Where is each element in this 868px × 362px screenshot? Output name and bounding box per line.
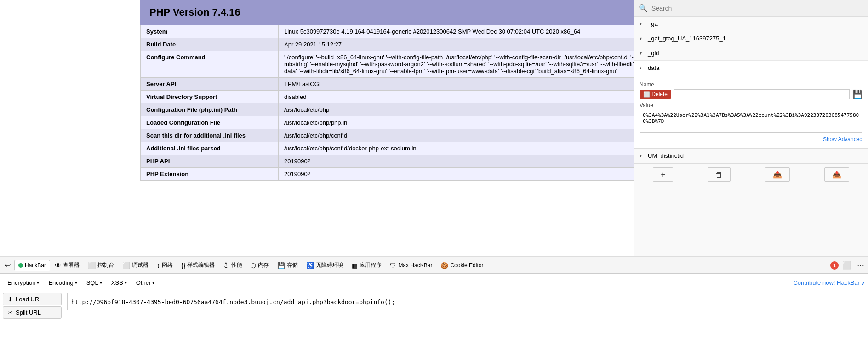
delete-cookie-button[interactable]: 🗑 [708,167,731,182]
cookie-item-name: _ga [648,20,658,27]
search-icon: 🔍 [639,4,648,12]
chevron-down-icon: ▾ [640,36,645,41]
chevron-down-icon: ▾ [75,280,77,285]
hackbar-area: Encryption▾Encoding▾SQL▾XSS▾Other▾Contri… [0,274,868,323]
tab-应用程序[interactable]: ▦应用程序 [348,259,385,271]
alert-badge[interactable]: 1 [830,261,839,270]
save-icon[interactable]: 💾 [852,89,862,99]
split-url-button[interactable]: ✂ Split URL [3,306,62,319]
url-input[interactable] [67,293,865,310]
chevron-down-icon: ▾ [640,153,645,158]
cookie-item-um[interactable]: ▾UM_distinctid [634,149,868,163]
tab-icon-5: ↕ [157,262,160,269]
row-label: PHP Extension [141,168,279,181]
tab-label-4: 调试器 [132,261,148,269]
menu-label: Encoding [48,279,73,286]
tab-label-8: 内存 [258,261,269,269]
tab-网络[interactable]: ↕网络 [153,259,177,271]
hackbar-menu-row: Encryption▾Encoding▾SQL▾XSS▾Other▾Contri… [0,276,868,290]
tab-icon-3: ⬜ [88,262,96,269]
tab-max-hackbar[interactable]: 🛡Max HacKBar [386,260,436,271]
chevron-down-icon: ▾ [125,280,127,285]
tab-查看器[interactable]: 👁查看器 [51,259,83,271]
cookie-item-_gat_gtag_UA_116397275_1[interactable]: ▾_gat_gtag_UA_116397275_1 [634,31,868,46]
menu-xss[interactable]: XSS▾ [108,278,131,287]
hackbar-active-dot [18,263,23,268]
cookie-name-input[interactable] [674,89,850,99]
url-input-area [64,292,868,320]
cookie-item-name: UM_distinctid [648,152,684,159]
tab-label-1: HackBar [25,262,46,269]
right-icon-btn-0[interactable]: ⬜ [840,260,853,270]
tab-icon-9: 💾 [277,262,285,269]
row-label: Virtual Directory Support [141,91,279,103]
load-url-button[interactable]: ⬇ Load URL [3,293,62,305]
url-button-group: ⬇ Load URL ✂ Split URL [0,292,64,320]
cookie-editor-panel: 🔍 ▾_ga▾_gat_gtag_UA_116397275_1▾_gid▴dat… [634,0,868,256]
tab-样式编辑器[interactable]: {}样式编辑器 [177,259,218,271]
cookie-item-name: _gat_gtag_UA_116397275_1 [648,35,726,42]
tab-调试器[interactable]: ⬜调试器 [119,259,152,271]
php-version-title: PHP Version 7.4.16 [149,6,240,18]
tab-存储[interactable]: 💾存储 [274,259,302,271]
tab-hackbar[interactable]: HackBar [14,260,50,271]
name-label: Name [640,81,862,88]
right-icon-btn-1[interactable]: ⋯ [855,260,866,270]
cookie-item-_gid[interactable]: ▾_gid [634,46,868,61]
chevron-down-icon: ▾ [640,21,645,26]
tab-label-6: 样式编辑器 [187,261,215,269]
tab-icon-13: 🍪 [440,262,448,269]
cookie-item-name: _gid [648,50,659,57]
menu-label: SQL [86,279,98,286]
tab-icon-6: {} [181,262,185,269]
row-label: System [141,25,279,38]
tab-cookie-editor[interactable]: 🍪Cookie Editor [437,260,487,271]
menu-label: Other [136,279,151,286]
cookie-search-bar: 🔍 [634,0,868,17]
chevron-down-icon: ▾ [152,280,154,285]
back-button[interactable]: ↩ [2,259,13,271]
chevron-down-icon: ▾ [100,280,102,285]
row-label: Loaded Configuration File [141,116,279,129]
tab-icon-10: ♿ [306,262,314,269]
tab-无障碍环境[interactable]: ♿无障碍环境 [303,259,347,271]
tab-label-13: Cookie Editor [450,262,483,269]
chevron-down-icon: ▾ [37,280,39,285]
main-window: PHP Version 7.4.16 SystemLinux 5c3099727… [0,0,868,362]
menu-label: XSS [111,279,123,286]
contribute-now-link[interactable]: Contribute now! HackBar v [793,279,864,286]
split-icon: ✂ [8,309,13,316]
menu-encryption[interactable]: Encryption▾ [4,278,43,287]
row-label: PHP API [141,155,279,168]
row-label: Build Date [141,38,279,51]
menu-sql[interactable]: SQL▾ [83,278,106,287]
add-cookie-button[interactable]: + [653,167,673,182]
menu-encoding[interactable]: Encoding▾ [45,278,80,287]
tab-控制台[interactable]: ⬜控制台 [84,259,118,271]
url-area: ⬇ Load URL ✂ Split URL [0,290,868,322]
tab-label-3: 控制台 [97,261,114,269]
tab-icon-8: ⬡ [251,262,256,269]
cookie-item-_ga[interactable]: ▾_ga [634,17,868,31]
show-advanced-link[interactable]: Show Advanced [640,136,862,143]
tab-label-7: 性能 [231,261,242,269]
tab-icon-12: 🛡 [390,262,396,269]
row-label: Server API [141,78,279,91]
tab-icon-2: 👁 [55,262,61,269]
row-label: Configure Command [141,51,279,78]
tab-label-10: 无障碍环境 [316,261,343,269]
cookie-search-input[interactable] [651,5,863,12]
tab-label-11: 应用程序 [360,261,382,269]
import-cookie-button[interactable]: 📥 [765,167,790,182]
chevron-down-icon: ▾ [640,51,645,56]
cookie-item-data-header[interactable]: ▴data [634,61,868,75]
cookie-value-textarea[interactable]: O%3A4%3A%22User%22%3A1%3A7Bs%3A5%3A%22co… [640,110,862,133]
cookie-actions-bar: + 🗑 📥 📤 [634,163,868,185]
delete-button[interactable]: ⬜ Delete [640,90,671,99]
menu-other[interactable]: Other▾ [132,278,159,287]
cookie-items-list: ▾_ga▾_gat_gtag_UA_116397275_1▾_gid▴data … [634,17,868,163]
export-cookie-button[interactable]: 📤 [824,167,849,182]
tab-性能[interactable]: ⏱性能 [219,259,246,271]
name-row: ⬜ Delete 💾 [640,89,862,99]
tab-内存[interactable]: ⬡内存 [247,259,273,271]
